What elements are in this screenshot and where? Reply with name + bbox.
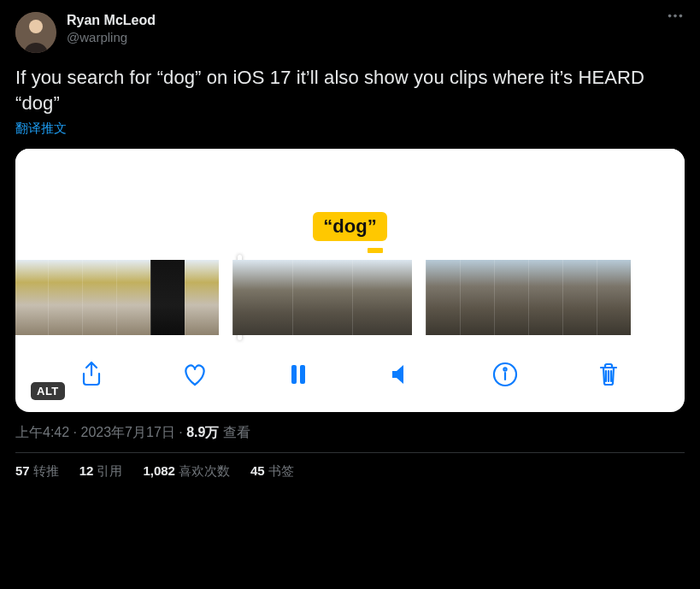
svg-point-4 (679, 15, 683, 18)
clip-thumbnail (48, 260, 82, 335)
divider (15, 452, 685, 453)
tweet: Ryan McLeod @warpling If you search for … (0, 0, 700, 492)
like-button[interactable] (179, 359, 210, 390)
tweet-text: If you search for “dog” on iOS 17 it’ll … (15, 65, 685, 115)
video-controls (15, 349, 685, 412)
caption-chip: “dog” (313, 212, 386, 241)
translate-link[interactable]: 翻译推文 (15, 121, 67, 137)
more-options-button[interactable] (666, 12, 685, 29)
delete-button[interactable] (593, 359, 624, 390)
svg-point-1 (29, 20, 43, 33)
bookmarks-stat[interactable]: 45书签 (250, 463, 294, 480)
svg-rect-6 (300, 365, 305, 384)
display-name[interactable]: Ryan McLeod (67, 12, 656, 29)
clip-group-1[interactable] (15, 260, 219, 335)
tweet-time[interactable]: 上午4:42 (15, 425, 69, 439)
clip-thumbnail (232, 260, 292, 335)
user-names: Ryan McLeod @warpling (67, 12, 656, 46)
media-attachment[interactable]: “dog” (15, 149, 685, 412)
video-timeline[interactable] (15, 241, 685, 349)
clip-thumbnail (82, 260, 116, 335)
mute-button[interactable] (386, 359, 417, 390)
tweet-meta: 上午4:42 · 2023年7月17日 · 8.9万 查看 (15, 424, 685, 442)
clip-thumbnail (426, 260, 460, 335)
clip-thumbnail (597, 260, 631, 335)
svg-point-3 (674, 15, 677, 18)
clip-thumbnail (460, 260, 494, 335)
svg-rect-5 (291, 365, 297, 384)
clip-thumbnail (185, 260, 219, 335)
tweet-date[interactable]: 2023年7月17日 (80, 425, 174, 439)
clip-thumbnail (292, 260, 352, 335)
caption-marker (368, 248, 383, 253)
clip-group-2-wrap (232, 260, 412, 335)
media-blank-area (15, 149, 685, 217)
quotes-stat[interactable]: 12引用 (79, 463, 123, 480)
clip-group-2[interactable] (232, 260, 412, 335)
likes-stat[interactable]: 1,082喜欢次数 (143, 463, 230, 480)
info-button[interactable] (490, 359, 521, 390)
clip-thumbnail (494, 260, 528, 335)
svg-point-8 (504, 368, 507, 371)
clip-thumbnail (150, 260, 185, 335)
retweets-stat[interactable]: 57转推 (15, 463, 59, 480)
clip-thumbnail (352, 260, 412, 335)
avatar[interactable] (15, 12, 56, 53)
share-button[interactable] (76, 359, 107, 390)
alt-badge[interactable]: ALT (31, 382, 65, 400)
svg-point-2 (668, 15, 672, 18)
tweet-stats: 57转推 12引用 1,082喜欢次数 45书签 (15, 463, 685, 480)
pause-button[interactable] (283, 359, 314, 390)
clip-thumbnail (528, 260, 562, 335)
caption-wrap: “dog” (15, 212, 685, 241)
tweet-header: Ryan McLeod @warpling (15, 12, 685, 53)
views-label: 查看 (219, 425, 250, 439)
user-handle[interactable]: @warpling (67, 30, 656, 46)
clip-thumbnail (562, 260, 597, 335)
clip-group-3[interactable] (426, 260, 631, 335)
views-count: 8.9万 (186, 425, 219, 439)
clip-thumbnail (15, 260, 48, 335)
clip-thumbnail (116, 260, 150, 335)
